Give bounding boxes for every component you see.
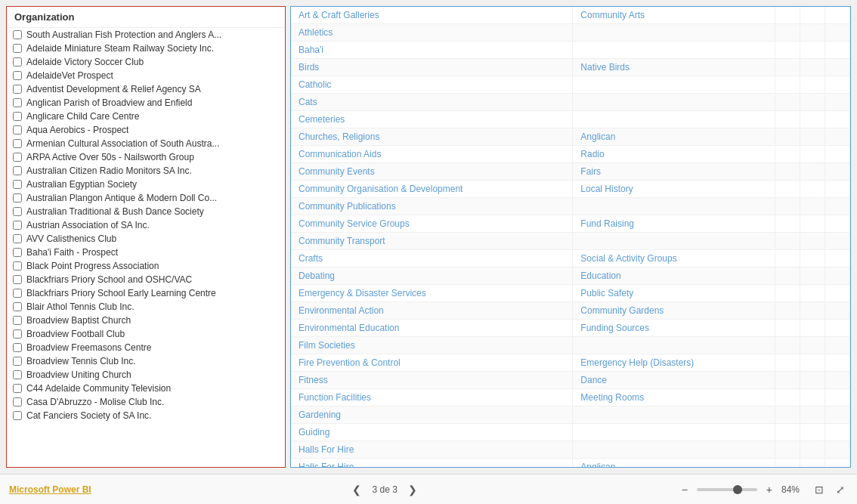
zoom-out-button[interactable]: −: [679, 482, 691, 497]
table-cell[interactable]: Radio: [573, 146, 775, 163]
list-item[interactable]: Broadview Baptist Church: [7, 314, 285, 327]
org-checkbox[interactable]: [13, 248, 22, 257]
org-checkbox[interactable]: [13, 302, 22, 311]
table-cell[interactable]: Fund Raising: [573, 215, 775, 233]
table-cell[interactable]: [573, 407, 775, 424]
org-checkbox[interactable]: [13, 221, 22, 230]
list-item[interactable]: C44 Adelaide Community Television: [7, 382, 285, 395]
list-item[interactable]: Broadview Tennis Club Inc.: [7, 354, 285, 368]
table-wrapper[interactable]: Art & Craft GalleriesCommunity ArtsAthle…: [291, 7, 850, 467]
org-checkbox[interactable]: [13, 397, 22, 407]
table-cell[interactable]: Communication Aids: [291, 146, 573, 163]
list-item[interactable]: Armenian Cultural Association of South A…: [7, 137, 285, 150]
list-item[interactable]: Cat Fanciers Society of SA Inc.: [7, 409, 285, 422]
table-cell[interactable]: Education: [573, 267, 775, 285]
org-checkbox[interactable]: [13, 71, 22, 80]
table-cell[interactable]: Halls For Hire: [291, 459, 573, 468]
list-item[interactable]: Broadview Football Club: [7, 327, 285, 341]
table-cell[interactable]: Anglican: [573, 128, 775, 146]
list-item[interactable]: South Australian Fish Protection and Ang…: [7, 28, 285, 42]
list-item[interactable]: Adelaide Miniature Steam Railway Society…: [7, 42, 285, 55]
list-item[interactable]: Casa D'Abruzzo - Molise Club Inc.: [7, 395, 285, 409]
table-cell[interactable]: Debating: [291, 267, 573, 285]
org-checkbox[interactable]: [13, 125, 22, 135]
table-cell[interactable]: Crafts: [291, 250, 573, 267]
org-checkbox[interactable]: [13, 411, 22, 420]
table-cell[interactable]: [573, 233, 775, 250]
list-item[interactable]: Australian Egyptian Society: [7, 178, 285, 191]
list-item[interactable]: Australian Plangon Antique & Modern Doll…: [7, 191, 285, 205]
table-cell[interactable]: Native Birds: [573, 59, 775, 76]
table-cell[interactable]: Cemeteries: [291, 111, 573, 128]
table-cell[interactable]: Film Societies: [291, 337, 573, 354]
table-cell[interactable]: Community Transport: [291, 233, 573, 250]
list-item[interactable]: Broadview Uniting Church: [7, 368, 285, 382]
org-checkbox[interactable]: [13, 384, 22, 393]
table-cell[interactable]: Fitness: [291, 372, 573, 389]
list-item[interactable]: Australian Traditional & Bush Dance Soci…: [7, 205, 285, 218]
table-cell[interactable]: Dance: [573, 372, 775, 389]
table-cell[interactable]: Emergency Help (Disasters): [573, 354, 775, 372]
org-checkbox[interactable]: [13, 329, 22, 339]
table-cell[interactable]: [573, 424, 775, 441]
list-item[interactable]: Blackfriars Priory School Early Learning…: [7, 286, 285, 300]
list-item[interactable]: Anglicare Child Care Centre: [7, 110, 285, 123]
org-checkbox[interactable]: [13, 112, 22, 121]
org-checkbox[interactable]: [13, 370, 22, 379]
table-cell[interactable]: Environmental Education: [291, 320, 573, 337]
org-checkbox[interactable]: [13, 57, 22, 66]
list-item[interactable]: Broadview Freemasons Centre: [7, 341, 285, 354]
table-cell[interactable]: [573, 76, 775, 94]
table-cell[interactable]: Function Facilities: [291, 389, 573, 407]
list-item[interactable]: Anglican Parish of Broadview and Enfield: [7, 96, 285, 110]
table-cell[interactable]: Community Service Groups: [291, 215, 573, 233]
list-item[interactable]: AdelaideVet Prospect: [7, 69, 285, 82]
list-item[interactable]: ARPA Active Over 50s - Nailsworth Group: [7, 150, 285, 164]
table-cell[interactable]: Halls For Hire: [291, 441, 573, 459]
table-cell[interactable]: Catholic: [291, 76, 573, 94]
org-checkbox[interactable]: [13, 234, 22, 243]
org-checkbox[interactable]: [13, 193, 22, 203]
org-checkbox[interactable]: [13, 85, 22, 94]
list-item[interactable]: Australian Citizen Radio Monitors SA Inc…: [7, 164, 285, 178]
table-cell[interactable]: Local History: [573, 181, 775, 198]
org-checkbox[interactable]: [13, 98, 22, 107]
list-item[interactable]: Baha'i Faith - Prospect: [7, 246, 285, 259]
list-item[interactable]: AVV Calisthenics Club: [7, 232, 285, 246]
table-cell[interactable]: [573, 94, 775, 111]
table-cell[interactable]: Funding Sources: [573, 320, 775, 337]
table-cell[interactable]: Community Gardens: [573, 302, 775, 320]
org-checkbox[interactable]: [13, 30, 22, 39]
org-checkbox[interactable]: [13, 316, 22, 325]
fit-page-button[interactable]: ⊡: [812, 482, 827, 497]
table-cell[interactable]: Fairs: [573, 163, 775, 181]
table-cell[interactable]: Guiding: [291, 424, 573, 441]
table-cell[interactable]: Athletics: [291, 24, 573, 42]
table-cell[interactable]: Community Events: [291, 163, 573, 181]
org-checkbox[interactable]: [13, 343, 22, 352]
list-item[interactable]: Aqua Aerobics - Prospect: [7, 123, 285, 137]
table-cell[interactable]: Social & Activity Groups: [573, 250, 775, 267]
table-cell[interactable]: [573, 42, 775, 59]
next-page-button[interactable]: ❯: [404, 482, 422, 497]
org-checkbox[interactable]: [13, 261, 22, 271]
table-cell[interactable]: Public Safety: [573, 285, 775, 302]
org-checkbox[interactable]: [13, 207, 22, 216]
list-item[interactable]: Blair Athol Tennis Club Inc.: [7, 300, 285, 314]
table-cell[interactable]: Gardening: [291, 407, 573, 424]
table-cell[interactable]: [573, 441, 775, 459]
org-checkbox[interactable]: [13, 139, 22, 148]
org-checkbox[interactable]: [13, 44, 22, 53]
table-cell[interactable]: Cats: [291, 94, 573, 111]
table-cell[interactable]: [573, 24, 775, 42]
table-cell[interactable]: Baha'i: [291, 42, 573, 59]
list-item[interactable]: Black Point Progress Association: [7, 259, 285, 273]
table-cell[interactable]: Environmental Action: [291, 302, 573, 320]
table-cell[interactable]: Meeting Rooms: [573, 389, 775, 407]
table-cell[interactable]: Art & Craft Galleries: [291, 7, 573, 24]
zoom-slider[interactable]: [697, 488, 757, 491]
table-cell[interactable]: Fire Prevention & Control: [291, 354, 573, 372]
table-cell[interactable]: [573, 111, 775, 128]
list-item[interactable]: Adelaide Victory Soccer Club: [7, 55, 285, 69]
org-checkbox[interactable]: [13, 153, 22, 162]
